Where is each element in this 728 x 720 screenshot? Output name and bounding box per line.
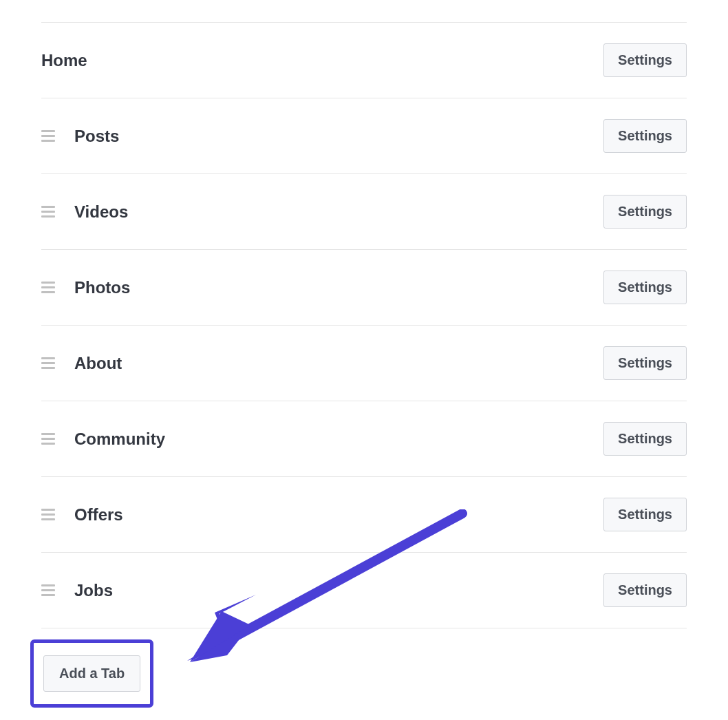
tab-label-about: About [74, 354, 122, 373]
settings-button-jobs[interactable]: Settings [603, 573, 687, 607]
settings-button-photos[interactable]: Settings [603, 271, 687, 304]
tab-row-left: Videos [41, 202, 128, 222]
tab-label-videos: Videos [74, 202, 128, 222]
settings-button-community[interactable]: Settings [603, 422, 687, 456]
drag-handle-icon[interactable] [41, 509, 55, 520]
drag-handle-icon[interactable] [41, 130, 55, 142]
tab-label-home: Home [41, 51, 87, 70]
tab-row-left: Photos [41, 278, 130, 297]
drag-handle-icon[interactable] [41, 584, 55, 596]
tab-row-home: Home Settings [41, 23, 687, 98]
tab-row-left: Jobs [41, 581, 113, 600]
add-tab-highlight-box: Add a Tab [30, 639, 153, 708]
tab-row-left: Community [41, 430, 165, 449]
tab-row-posts: Posts Settings [41, 98, 687, 174]
tab-label-photos: Photos [74, 278, 130, 297]
drag-handle-icon[interactable] [41, 433, 55, 445]
settings-button-about[interactable]: Settings [603, 346, 687, 380]
tab-label-posts: Posts [74, 127, 119, 146]
tab-row-about: About Settings [41, 326, 687, 401]
tab-label-community: Community [74, 430, 165, 449]
tab-row-left: Offers [41, 505, 123, 525]
tab-row-photos: Photos Settings [41, 250, 687, 326]
settings-button-posts[interactable]: Settings [603, 119, 687, 153]
drag-handle-icon[interactable] [41, 206, 55, 218]
settings-button-offers[interactable]: Settings [603, 498, 687, 531]
tab-row-offers: Offers Settings [41, 477, 687, 553]
tab-row-left: About [41, 354, 122, 373]
tab-label-jobs: Jobs [74, 581, 113, 600]
tab-row-community: Community Settings [41, 401, 687, 477]
add-tab-button[interactable]: Add a Tab [43, 655, 140, 692]
tab-row-videos: Videos Settings [41, 174, 687, 250]
drag-handle-icon[interactable] [41, 282, 55, 293]
tab-label-offers: Offers [74, 505, 123, 525]
tab-row-left: Posts [41, 127, 119, 146]
settings-button-home[interactable]: Settings [603, 43, 687, 77]
tab-row-jobs: Jobs Settings [41, 553, 687, 628]
drag-handle-icon[interactable] [41, 357, 55, 369]
tab-row-left: Home [41, 51, 87, 70]
settings-button-videos[interactable]: Settings [603, 195, 687, 229]
